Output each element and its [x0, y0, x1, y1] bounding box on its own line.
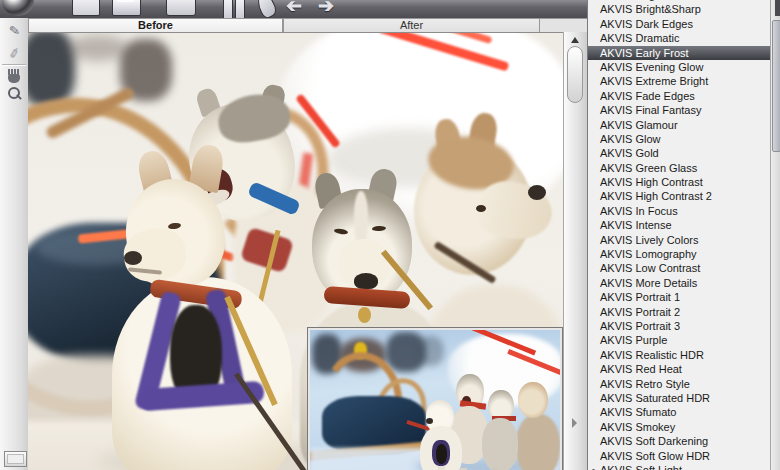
- new-image-icon[interactable]: [72, 0, 100, 16]
- save-image-icon[interactable]: [112, 0, 141, 16]
- preset-item[interactable]: AKVIS In Focus: [588, 204, 770, 218]
- preview-inset[interactable]: [308, 328, 562, 470]
- preset-item[interactable]: AKVIS Smokey: [588, 420, 770, 434]
- preset-scrollbar[interactable]: [770, 0, 780, 470]
- preset-item[interactable]: AKVIS Extreme Bright: [588, 74, 770, 88]
- undo-icon[interactable]: [286, 0, 302, 17]
- preset-item[interactable]: AKVIS High Contrast: [588, 175, 770, 189]
- preset-item[interactable]: AKVIS Glamour: [588, 118, 770, 132]
- tool-panel: [0, 18, 29, 470]
- eraser-tool-icon[interactable]: [0, 46, 28, 63]
- preview-dog-chest: [436, 444, 447, 464]
- husky3-nose: [354, 273, 378, 289]
- preset-item[interactable]: AKVIS Soft Light: [588, 463, 770, 470]
- preset-item[interactable]: AKVIS Dark Edges: [588, 17, 770, 31]
- hand-tool-icon[interactable]: [0, 68, 28, 85]
- tab-after[interactable]: After: [283, 18, 540, 32]
- preview-dog-body: [482, 418, 518, 470]
- preset-item[interactable]: AKVIS Portrait 2: [588, 305, 770, 319]
- preset-item[interactable]: AKVIS Red Heat: [588, 362, 770, 376]
- scrollbar-thumb[interactable]: [567, 46, 583, 103]
- split-view-icon[interactable]: [222, 0, 246, 18]
- navigator-button[interactable]: [4, 451, 27, 467]
- preset-item[interactable]: AKVIS Realistic HDR: [588, 348, 770, 362]
- preset-item[interactable]: AKVIS Bright&Sharp: [588, 2, 770, 16]
- pencil-tool-icon[interactable]: [0, 23, 28, 40]
- crowd-blob: [68, 35, 128, 61]
- preset-item[interactable]: AKVIS Fade Edges: [588, 89, 770, 103]
- preview-dog-tan: [516, 414, 560, 470]
- post-process-icon[interactable]: [253, 0, 279, 19]
- preset-item[interactable]: AKVIS Evening Glow: [588, 60, 770, 74]
- preset-item[interactable]: AKVIS Gold: [588, 146, 770, 160]
- preset-item[interactable]: AKVIS Soft Glow HDR: [588, 449, 770, 463]
- preset-item[interactable]: AKVIS Lomography: [588, 247, 770, 261]
- preset-item[interactable]: AKVIS Green Glass: [588, 161, 770, 175]
- preset-item[interactable]: AKVIS Dramatic: [588, 31, 770, 45]
- preset-item[interactable]: AKVIS More Details: [588, 276, 770, 290]
- preset-item[interactable]: AKVIS Saturated HDR: [588, 391, 770, 405]
- husky3-pendant: [358, 307, 371, 323]
- preset-list: AKVIS BrightAKVIS Bright&SharpAKVIS Dark…: [588, 0, 770, 470]
- preset-item[interactable]: AKVIS Purple: [588, 333, 770, 347]
- crowd-blob: [28, 32, 75, 107]
- preset-item[interactable]: AKVIS Lively Colors: [588, 233, 770, 247]
- preset-item[interactable]: AKVIS Low Contrast: [588, 261, 770, 275]
- tabbar-filler: [540, 18, 587, 32]
- preset-item[interactable]: AKVIS Portrait 1: [588, 290, 770, 304]
- image-viewport[interactable]: [28, 32, 563, 470]
- preset-item-selected[interactable]: AKVIS Early Frost: [588, 46, 770, 60]
- husky4-eye: [476, 205, 486, 212]
- preset-item[interactable]: AKVIS Retro Style: [588, 377, 770, 391]
- preset-item[interactable]: AKVIS Sfumato: [588, 405, 770, 419]
- main-toolbar: [0, 0, 587, 19]
- husky1-nose: [124, 251, 142, 265]
- tab-before[interactable]: Before: [28, 18, 283, 32]
- preview-dog-tan-head: [518, 382, 548, 418]
- preset-item[interactable]: AKVIS High Contrast 2: [588, 189, 770, 203]
- scroll-up-icon[interactable]: [571, 37, 579, 43]
- toolbar-divider: [2, 64, 26, 65]
- preset-item[interactable]: AKVIS Portrait 3: [588, 319, 770, 333]
- akvis-window: Before After: [0, 0, 780, 470]
- preview-dog-nose: [426, 418, 433, 424]
- preset-item[interactable]: AKVIS Intense: [588, 218, 770, 232]
- preset-item[interactable]: AKVIS Soft Darkening: [588, 434, 770, 448]
- preset-item[interactable]: AKVIS Glow: [588, 132, 770, 146]
- akvis-logo-icon[interactable]: [2, 0, 34, 16]
- preset-list-panel: AKVIS BrightAKVIS Bright&SharpAKVIS Dark…: [587, 0, 780, 470]
- husky3-collar: [324, 286, 411, 309]
- redo-icon[interactable]: [318, 0, 334, 17]
- zoom-tool-icon[interactable]: [0, 85, 28, 102]
- preset-item[interactable]: AKVIS Final Fantasy: [588, 103, 770, 117]
- view-tabs: Before After: [28, 18, 587, 32]
- husky4-nose: [528, 185, 546, 200]
- preview-dog-leg: [438, 466, 445, 470]
- panel-collapse-handle-icon[interactable]: [572, 418, 577, 428]
- preset-scrollbar-thumb[interactable]: [772, 20, 780, 152]
- window-corner: [775, 0, 780, 16]
- preview-crowd: [418, 336, 444, 366]
- viewport-scrollbar[interactable]: [563, 32, 589, 470]
- print-image-icon[interactable]: [166, 0, 196, 16]
